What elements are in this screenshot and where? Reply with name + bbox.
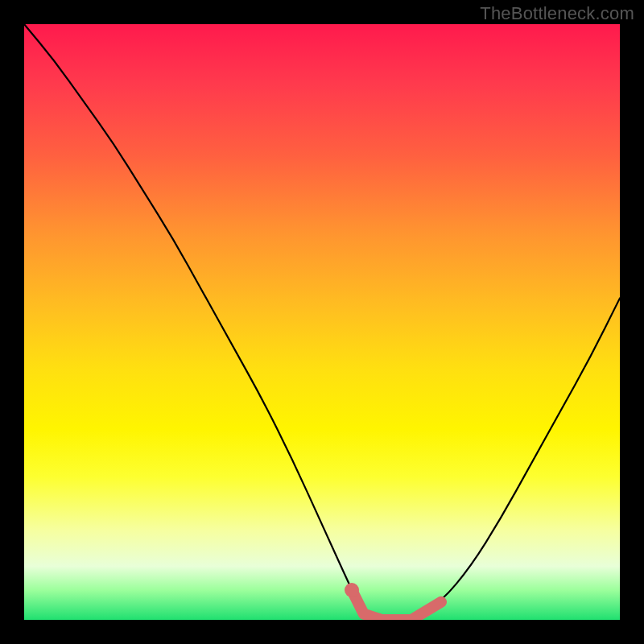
plot-area — [24, 24, 620, 620]
chart-container: TheBottleneck.com — [0, 0, 644, 644]
chart-svg — [24, 24, 620, 620]
bottleneck-curve-line — [24, 24, 620, 620]
watermark-text: TheBottleneck.com — [480, 3, 634, 24]
highlight-segment-line — [352, 590, 441, 620]
highlight-start-dot — [345, 583, 359, 597]
